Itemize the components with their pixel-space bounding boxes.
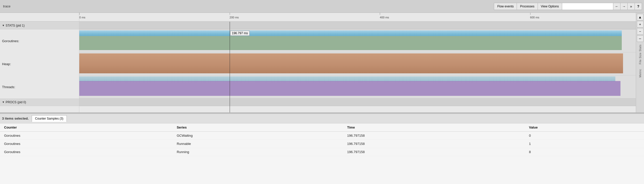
zoom-out-icon: − [639,29,641,33]
cell-series: Runnable [173,140,343,148]
tick-label: 200 ms [230,16,239,19]
stats-triangle: ▼ [2,24,5,27]
toolbar-buttons: Flow events Processes View Options ← → »… [494,3,642,10]
file-size-label: File Size Stats [639,44,642,64]
table-container: Counter Series Time Value Goroutines GCW… [0,123,644,184]
ruler-label-area [0,13,79,21]
tracks-content: 196.797 ms [79,22,636,112]
col-time: Time [343,123,525,132]
main-layout: trace Flow events Processes View Options… [0,0,644,184]
cell-series: Running [173,148,343,156]
cell-time: 196.797158 [343,140,525,148]
threads-blue-top [79,76,615,82]
right-toolbar: ▲ + − ↔ File Size Stats Metric [636,13,644,112]
zoom-in-icon: + [639,22,641,26]
cell-value: 1 [525,140,644,148]
fit-button[interactable]: ↔ [637,35,643,42]
zoom-in-button[interactable]: + [637,21,643,28]
tick-line [230,13,230,15]
view-options-button[interactable]: View Options [538,3,562,10]
counter-samples-tab-label: Counter Samples (3) [35,117,63,120]
cell-series: GCWaiting [173,132,343,140]
selection-label: 3 items selected. [2,117,29,120]
col-counter: Counter [0,123,173,132]
threads-label-text: Threads: [2,85,15,89]
procs-section-header[interactable]: ▼ PROCS (pid 0) [0,98,79,106]
table-header: Counter Series Time Value [0,123,644,132]
tick-600-ms: 600 ms [530,13,539,19]
goroutines-label-text: Goroutines: [2,39,19,43]
heap-label-cell: Heap: [0,52,79,75]
tick-line [530,13,530,15]
forward-button[interactable]: → [620,3,628,10]
goroutines-green-bar [79,36,622,50]
ruler-ticks: 0 ms 200 ms 400 ms 600 ms [79,13,636,21]
cursor-tool-button[interactable]: ▲ [637,14,643,20]
counter-table: Counter Series Time Value Goroutines GCW… [0,123,644,156]
heap-label-text: Heap: [2,62,11,66]
threads-label-cell: Threads: [0,75,79,98]
table-header-row: Counter Series Time Value [0,123,644,132]
cell-time: 196.797158 [343,148,525,156]
goroutines-label-cell: Goroutines: [0,29,79,52]
app-title: trace [2,4,33,8]
zoom-out-button[interactable]: − [637,28,643,35]
tick-400-ms: 400 ms [380,13,389,19]
metric-label: Metric [639,69,642,77]
procs-triangle: ▼ [2,101,5,103]
expand-button[interactable]: » [628,3,635,10]
tick-line [79,13,80,15]
back-button[interactable]: ← [613,3,620,10]
tick-label: 400 ms [380,16,389,19]
tick-label: 0 ms [79,16,85,19]
cell-counter: Goroutines [0,148,173,156]
table-row[interactable]: Goroutines GCWaiting 196.797158 0 [0,132,644,140]
trace-main: 0 ms 200 ms 400 ms 600 ms ▼ STATS (pid 1… [0,13,636,112]
tick-200-ms: 200 ms [230,13,239,19]
timeline-ruler: 0 ms 200 ms 400 ms 600 ms [0,13,636,22]
processes-button[interactable]: Processes [517,3,538,10]
trace-labels: ▼ STATS (pid 1) Goroutines: Heap: Thread… [0,22,79,112]
heap-bar [79,53,623,73]
cell-value: 0 [525,132,644,140]
stats-label: STATS (pid 1) [6,24,25,27]
tick-label: 600 ms [530,16,539,19]
threads-track-content[interactable] [79,75,636,98]
trace-section: 0 ms 200 ms 400 ms 600 ms ▼ STATS (pid 1… [0,13,644,112]
goroutines-blue-area [79,30,622,36]
help-button[interactable]: ? [635,3,642,10]
counter-samples-tab[interactable]: Counter Samples (3) [32,115,67,122]
cursor-tool-icon: ▲ [638,15,642,19]
stats-section-header[interactable]: ▼ STATS (pid 1) [0,22,79,29]
search-input[interactable] [562,3,613,10]
cursor-time-label: 196.797 ms [230,31,250,36]
threads-purple-bar [79,81,620,96]
procs-content-header [79,98,636,106]
stats-content-header [79,22,636,29]
table-row[interactable]: Goroutines Running 196.797158 8 [0,148,644,156]
col-series: Series [173,123,343,132]
table-body: Goroutines GCWaiting 196.797158 0 Gorout… [0,132,644,156]
goroutines-track-content[interactable] [79,29,636,52]
fit-icon: ↔ [638,37,642,41]
col-value: Value [525,123,644,132]
tracks-container: ▼ STATS (pid 1) Goroutines: Heap: Thread… [0,22,636,112]
bottom-panel: 3 items selected. Counter Samples (3) Co… [0,114,644,184]
cell-counter: Goroutines [0,132,173,140]
table-row[interactable]: Goroutines Runnable 196.797158 1 [0,140,644,148]
cursor-line [230,22,230,112]
heap-track-content[interactable] [79,52,636,75]
goroutines-blue-bars [79,30,622,36]
cell-counter: Goroutines [0,140,173,148]
threads-blue-bars [79,76,615,82]
tick-0-ms: 0 ms [79,13,85,19]
procs-label: PROCS (pid 0) [6,100,26,104]
tick-line [380,13,380,15]
cell-value: 8 [525,148,644,156]
flow-events-button[interactable]: Flow events [494,3,517,10]
cell-time: 196.797158 [343,132,525,140]
top-bar: trace Flow events Processes View Options… [0,0,644,13]
bottom-tabs-bar: 3 items selected. Counter Samples (3) [0,114,644,123]
